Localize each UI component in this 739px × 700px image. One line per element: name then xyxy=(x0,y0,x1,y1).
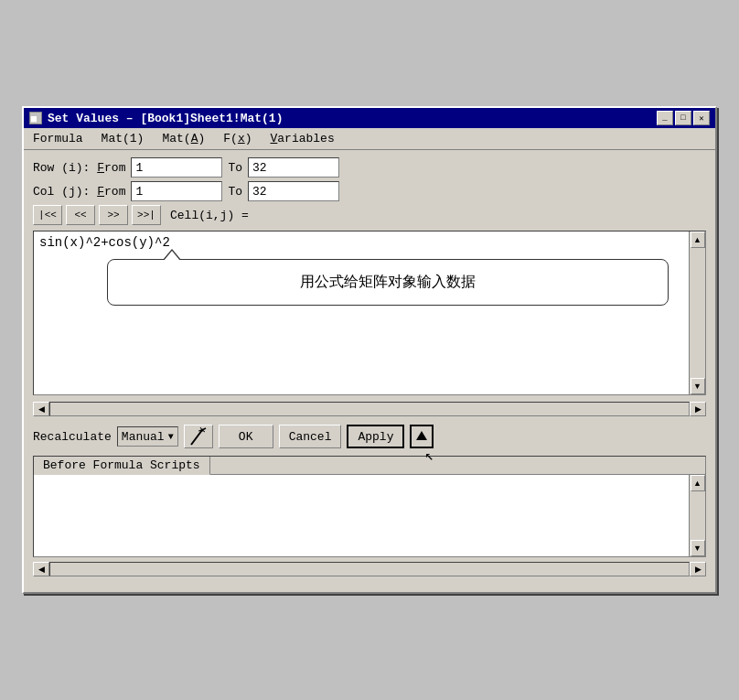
wand-icon xyxy=(189,426,208,447)
scripts-vscrollbar: ▲ ▼ xyxy=(689,475,705,556)
cancel-button[interactable]: Cancel xyxy=(279,425,342,448)
apply-button[interactable]: Apply xyxy=(347,425,404,448)
formula-hscroll-track xyxy=(49,402,690,416)
main-window: ■ Set Values – [Book1]Sheet1!Mat(1) _ □ … xyxy=(22,106,717,594)
col-to-label: To xyxy=(228,185,242,199)
scripts-tab-area: Before Formula Scripts ▲ ▼ xyxy=(33,456,706,557)
title-bar-left: ■ Set Values – [Book1]Sheet1!Mat(1) xyxy=(29,112,283,125)
row-to-input[interactable] xyxy=(248,157,339,178)
menu-mata[interactable]: Mat(A) xyxy=(158,130,209,147)
formula-scroll-track xyxy=(690,248,705,378)
formula-scroll-right-button[interactable]: ▶ xyxy=(690,402,706,416)
formula-vscrollbar: ▲ ▼ xyxy=(689,232,705,394)
tooltip-bubble: 用公式给矩阵对象输入数据 xyxy=(107,259,669,306)
recalculate-label: Recalculate xyxy=(33,430,112,444)
menu-variables[interactable]: Variables xyxy=(267,130,338,147)
content-area: Row (i): From To Col (j): From To |<< <<… xyxy=(24,150,715,592)
col-from-input[interactable] xyxy=(131,181,222,201)
scroll-up-button[interactable]: ↖ xyxy=(410,425,434,448)
formula-scroll-down-button[interactable]: ▼ xyxy=(691,378,705,394)
nav-next-button[interactable]: >> xyxy=(99,205,128,225)
window-icon: ■ xyxy=(29,112,42,124)
menu-fx[interactable]: F(x) xyxy=(220,130,255,147)
recalculate-value: Manual xyxy=(122,430,165,444)
scripts-hscroll-track xyxy=(49,562,690,576)
nav-prev-button[interactable]: << xyxy=(66,205,95,225)
nav-last-button[interactable]: >>| xyxy=(132,205,161,225)
close-button[interactable]: ✕ xyxy=(693,111,710,125)
tab-before-formula-scripts[interactable]: Before Formula Scripts xyxy=(34,457,210,475)
tooltip-text: 用公式给矩阵对象输入数据 xyxy=(300,274,476,289)
nav-row: |<< << >> >>| Cell(i,j) = xyxy=(33,205,706,225)
formula-container: sin(x)^2+cos(y)^2 用公式给矩阵对象输入数据 ▲ ▼ xyxy=(33,231,706,395)
menu-bar: Formula Mat(1) Mat(A) F(x) Variables xyxy=(24,128,715,150)
row-from-input[interactable] xyxy=(131,157,222,178)
dropdown-arrow-icon: ▼ xyxy=(168,432,174,442)
row-to-label: To xyxy=(228,161,242,175)
row-from-label: Row (i): From xyxy=(33,161,125,175)
col-to-input[interactable] xyxy=(248,181,339,201)
scripts-scroll-left-button[interactable]: ◀ xyxy=(33,562,49,576)
cell-index-label: Cell(i,j) = xyxy=(170,209,249,222)
bottom-controls: Recalculate Manual ▼ OK Cancel Apply xyxy=(33,425,706,448)
scripts-input[interactable] xyxy=(34,475,689,556)
wand-button[interactable] xyxy=(184,425,213,448)
title-buttons: _ □ ✕ xyxy=(657,111,710,125)
recalculate-dropdown[interactable]: Manual ▼ xyxy=(117,426,178,447)
formula-hscrollbar: ◀ ▶ xyxy=(33,401,706,417)
maximize-button[interactable]: □ xyxy=(675,111,691,125)
svg-marker-6 xyxy=(416,431,427,440)
scripts-area: ▲ ▼ xyxy=(34,474,705,556)
formula-scroll-up-button[interactable]: ▲ xyxy=(691,232,705,248)
title-bar: ■ Set Values – [Book1]Sheet1!Mat(1) _ □ … xyxy=(24,108,715,128)
up-arrow-icon xyxy=(414,429,429,444)
svg-line-0 xyxy=(191,430,202,445)
formula-input[interactable]: sin(x)^2+cos(y)^2 xyxy=(34,232,689,394)
scripts-scroll-down-button[interactable]: ▼ xyxy=(691,540,705,556)
nav-first-button[interactable]: |<< xyxy=(33,205,62,225)
formula-scroll-left-button[interactable]: ◀ xyxy=(33,402,49,416)
cursor-icon: ↖ xyxy=(425,447,434,465)
scripts-scroll-track xyxy=(690,491,705,540)
ok-button[interactable]: OK xyxy=(219,425,273,448)
menu-formula[interactable]: Formula xyxy=(29,130,87,147)
scripts-scroll-right-button[interactable]: ▶ xyxy=(690,562,706,576)
col-from-label: Col (j): From xyxy=(33,185,125,199)
row-range-row: Row (i): From To xyxy=(33,157,706,178)
minimize-button[interactable]: _ xyxy=(657,111,673,125)
tab-header: Before Formula Scripts xyxy=(34,457,705,474)
window-title: Set Values – [Book1]Sheet1!Mat(1) xyxy=(48,112,283,125)
col-range-row: Col (j): From To xyxy=(33,181,706,201)
scripts-scroll-up-button[interactable]: ▲ xyxy=(691,475,705,491)
menu-mat1[interactable]: Mat(1) xyxy=(98,130,148,147)
scripts-hscrollbar: ◀ ▶ xyxy=(33,561,706,577)
